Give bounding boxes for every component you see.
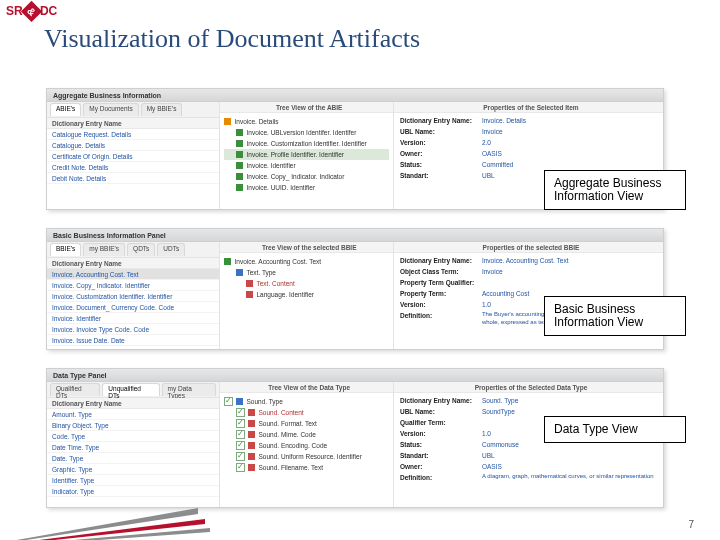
tab-my-data-types[interactable]: my Data Types	[162, 383, 217, 396]
list-item[interactable]: Invoice. Customization Identifier. Ident…	[47, 291, 219, 302]
list-item[interactable]: Identifier. Type	[47, 475, 219, 486]
list-item[interactable]: Invoice. Document_ Currency Code. Code	[47, 302, 219, 313]
checkbox-icon[interactable]	[236, 441, 245, 450]
callout-basic: Basic Business Information View	[544, 296, 686, 336]
list-header: Dictionary Entry Name	[47, 118, 219, 129]
node-icon	[246, 291, 253, 298]
callout-datatype: Data Type View	[544, 416, 686, 443]
node-icon	[248, 464, 255, 471]
panel-header: Basic Business Information Panel	[47, 229, 663, 242]
panel-header: Data Type Panel	[47, 369, 663, 382]
tab-unqualified-dts[interactable]: Unqualified DTs	[102, 383, 159, 396]
list-item[interactable]: Invoice. Identifier	[47, 313, 219, 324]
node-icon	[248, 420, 255, 427]
node-icon	[236, 140, 243, 147]
svg-marker-0	[0, 528, 210, 540]
svg-marker-2	[0, 508, 198, 540]
left-tabs: ABIE's My Documents My BBIE's	[47, 102, 219, 118]
checkbox-icon[interactable]	[224, 397, 233, 406]
checkbox-icon[interactable]	[236, 452, 245, 461]
node-icon	[236, 129, 243, 136]
node-icon	[248, 409, 255, 416]
tab-bbies[interactable]: BBIE's	[50, 243, 81, 256]
tab-my-bbies[interactable]: My BBIE's	[141, 103, 183, 116]
checkbox-icon[interactable]	[236, 408, 245, 417]
properties: Dictionary Entry Name:Sound. Type UBL Na…	[394, 393, 663, 507]
folder-icon	[224, 118, 231, 125]
list: Invoice. Accounting Cost. Text Invoice. …	[47, 269, 219, 349]
list-item[interactable]: Amount. Type	[47, 409, 219, 420]
list-item[interactable]: Invoice. Issue Date. Date	[47, 335, 219, 346]
list-header: Dictionary Entry Name	[47, 258, 219, 269]
list: Catalogue Request. Details Catalogue. De…	[47, 129, 219, 209]
node-icon	[248, 442, 255, 449]
slide-title: Visualization of Document Artifacts	[44, 24, 420, 54]
list: Amount. Type Binary Object. Type Code. T…	[47, 409, 219, 507]
list-header: Dictionary Entry Name	[47, 398, 219, 409]
right-header: Properties of the selected BBIE	[394, 242, 663, 253]
tab-udts[interactable]: UDTs	[157, 243, 185, 256]
tab-qdts[interactable]: QDTs	[127, 243, 155, 256]
list-item[interactable]: Invoice. Copy_ Indicator. Identifier	[47, 280, 219, 291]
checkbox-icon[interactable]	[236, 430, 245, 439]
tree: Sound. Type Sound. Content Sound. Format…	[220, 393, 392, 507]
mid-header: Tree View of the ABIE	[220, 102, 392, 113]
logo: SR&DC	[6, 4, 57, 19]
list-item[interactable]: Binary Object. Type	[47, 420, 219, 431]
list-item[interactable]: Catalogue. Details	[47, 140, 219, 151]
mid-header: Tree View of the selected BBIE	[220, 242, 392, 253]
list-item[interactable]: Indicator. Type	[47, 486, 219, 497]
node-icon	[224, 258, 231, 265]
node-icon	[236, 398, 243, 405]
svg-marker-1	[0, 519, 205, 540]
node-icon	[236, 151, 243, 158]
list-item[interactable]: Date Time. Type	[47, 442, 219, 453]
tab-abies[interactable]: ABIE's	[50, 103, 81, 116]
right-header: Properties of the Selected Item	[394, 102, 663, 113]
left-tabs: Qualified DTs Unqualified DTs my Data Ty…	[47, 382, 219, 398]
list-item[interactable]: Certificate Of Origin. Details	[47, 151, 219, 162]
checkbox-icon[interactable]	[236, 463, 245, 472]
panel-header: Aggregate Business Information	[47, 89, 663, 102]
tree: Invoice. Details Invoice. UBLversion Ide…	[220, 113, 392, 209]
page-number: 7	[688, 519, 694, 530]
list-item[interactable]: Date. Type	[47, 453, 219, 464]
right-header: Properties of the Selected Data Type	[394, 382, 663, 393]
list-item[interactable]: Graphic. Type	[47, 464, 219, 475]
tab-my-bbies[interactable]: my BBIE's	[83, 243, 125, 256]
mid-header: Tree View of the Data Type	[220, 382, 392, 393]
node-icon	[236, 269, 243, 276]
checkbox-icon[interactable]	[236, 419, 245, 428]
tab-qualified-dts[interactable]: Qualified DTs	[50, 383, 100, 396]
tab-my-documents[interactable]: My Documents	[83, 103, 138, 116]
list-item[interactable]: Invoice. Accounting Cost. Text	[47, 269, 219, 280]
node-icon	[248, 453, 255, 460]
node-icon	[236, 162, 243, 169]
list-item[interactable]: Debit Note. Details	[47, 173, 219, 184]
list-item[interactable]: Catalogue Request. Details	[47, 129, 219, 140]
left-tabs: BBIE's my BBIE's QDTs UDTs	[47, 242, 219, 258]
callout-aggregate: Aggregate Business Information View	[544, 170, 686, 210]
list-item[interactable]: Credit Note. Details	[47, 162, 219, 173]
node-icon	[248, 431, 255, 438]
node-icon	[246, 280, 253, 287]
node-icon	[236, 173, 243, 180]
node-icon	[236, 184, 243, 191]
list-item[interactable]: Invoice. Invoice Type Code. Code	[47, 324, 219, 335]
tree: Invoice. Accounting Cost. Text Text. Typ…	[220, 253, 392, 349]
list-item[interactable]: Code. Type	[47, 431, 219, 442]
